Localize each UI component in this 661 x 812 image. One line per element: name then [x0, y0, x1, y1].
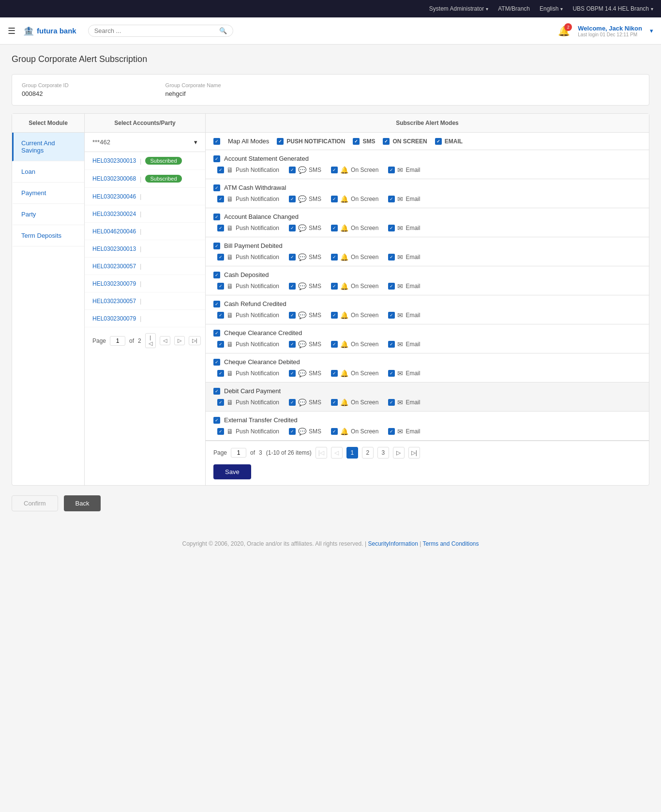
email-checkbox[interactable] — [388, 399, 395, 406]
on-screen-checkbox[interactable] — [331, 312, 338, 319]
alerts-page-input[interactable] — [231, 448, 246, 458]
alerts-page-3-button[interactable]: 3 — [377, 447, 389, 459]
account-link-10[interactable]: HEL0302300079 — [92, 315, 136, 322]
account-link-9[interactable]: HEL0302300057 — [92, 298, 136, 305]
alerts-prev-page-button[interactable]: ◁ — [331, 447, 343, 459]
email-checkbox[interactable] — [388, 167, 395, 173]
account-link-4[interactable]: HEL0302300024 — [92, 211, 136, 217]
on-screen-checkbox[interactable] — [331, 225, 338, 231]
account-link-3[interactable]: HEL0302300046 — [92, 193, 136, 200]
sms-mode: 💬 SMS — [289, 340, 321, 348]
module-item-loan[interactable]: Loan — [12, 161, 84, 183]
sms-checkbox[interactable] — [289, 225, 296, 231]
push-notification-header-checkbox[interactable] — [277, 138, 284, 145]
alert-cheque-debited-checkbox[interactable] — [213, 359, 220, 366]
search-input[interactable] — [94, 27, 219, 34]
page-number-input[interactable] — [110, 336, 125, 346]
sms-checkbox[interactable] — [289, 428, 296, 435]
push-notification-checkbox[interactable] — [217, 254, 224, 260]
user-menu-chevron[interactable]: ▾ — [650, 27, 653, 34]
push-notification-checkbox[interactable] — [217, 225, 224, 231]
on-screen-header-checkbox[interactable] — [383, 138, 390, 145]
push-notification-checkbox[interactable] — [217, 167, 224, 173]
next-page-button[interactable]: ▷ — [174, 336, 185, 345]
email-checkbox[interactable] — [388, 428, 395, 435]
sms-checkbox[interactable] — [289, 254, 296, 260]
alerts-first-page-button[interactable]: |◁ — [315, 447, 327, 459]
push-notification-checkbox[interactable] — [217, 428, 224, 435]
save-button[interactable]: Save — [213, 464, 251, 479]
on-screen-checkbox[interactable] — [331, 254, 338, 260]
account-link-5[interactable]: HEL0046200046 — [92, 228, 136, 235]
on-screen-checkbox[interactable] — [331, 370, 338, 377]
on-screen-label: On Screen — [351, 254, 378, 260]
on-screen-checkbox[interactable] — [331, 167, 338, 173]
account-link-1[interactable]: HEL0302300013 — [92, 157, 136, 164]
sms-checkbox[interactable] — [289, 312, 296, 319]
account-dropdown[interactable]: ***462 ▾ — [85, 133, 205, 152]
email-checkbox[interactable] — [388, 196, 395, 202]
module-item-term-deposits[interactable]: Term Deposits — [12, 225, 84, 246]
sms-checkbox[interactable] — [289, 283, 296, 290]
nav-language[interactable]: English ▾ — [540, 5, 563, 12]
sms-checkbox[interactable] — [289, 196, 296, 202]
module-item-current-savings[interactable]: Current And Savings — [12, 133, 84, 161]
email-checkbox[interactable] — [388, 225, 395, 231]
first-page-button[interactable]: |◁ — [145, 333, 156, 348]
sms-header-checkbox[interactable] — [353, 138, 360, 145]
nav-branch[interactable]: UBS OBPM 14.4 HEL Branch ▾ — [572, 5, 653, 12]
alert-account-balance-checkbox[interactable] — [213, 214, 220, 220]
alerts-next-page-button[interactable]: ▷ — [393, 447, 405, 459]
prev-page-button[interactable]: ◁ — [160, 336, 170, 345]
notification-bell[interactable]: 🔔 2 — [558, 25, 570, 37]
push-notification-checkbox[interactable] — [217, 341, 224, 348]
account-link-8[interactable]: HEL0302300079 — [92, 280, 136, 287]
push-notification-checkbox[interactable] — [217, 312, 224, 319]
alert-atm-cash-checkbox[interactable] — [213, 184, 220, 191]
alert-bill-payment-checkbox[interactable] — [213, 243, 220, 249]
sms-checkbox[interactable] — [289, 399, 296, 406]
on-screen-checkbox[interactable] — [331, 341, 338, 348]
push-notification-checkbox[interactable] — [217, 283, 224, 290]
alert-cash-deposited-checkbox[interactable] — [213, 272, 220, 278]
push-notification-checkbox[interactable] — [217, 370, 224, 377]
alert-external-transfer-checkbox[interactable] — [213, 417, 220, 424]
hamburger-icon[interactable]: ☰ — [8, 26, 15, 36]
email-checkbox[interactable] — [388, 341, 395, 348]
on-screen-checkbox[interactable] — [331, 283, 338, 290]
email-checkbox[interactable] — [388, 283, 395, 290]
sms-checkbox[interactable] — [289, 370, 296, 377]
alerts-page-2-button[interactable]: 2 — [362, 447, 374, 459]
alert-account-statement-checkbox[interactable] — [213, 155, 220, 162]
alert-cash-refund-checkbox[interactable] — [213, 301, 220, 307]
push-notification-checkbox[interactable] — [217, 196, 224, 202]
alerts-last-page-button[interactable]: ▷| — [408, 447, 420, 459]
module-item-payment[interactable]: Payment — [12, 183, 84, 204]
alerts-page-1-button[interactable]: 1 — [346, 447, 358, 459]
module-item-party[interactable]: Party — [12, 204, 84, 225]
email-checkbox[interactable] — [388, 254, 395, 260]
on-screen-checkbox[interactable] — [331, 399, 338, 406]
sms-checkbox[interactable] — [289, 341, 296, 348]
last-page-button[interactable]: ▷| — [189, 336, 201, 345]
alert-debit-card-checkbox[interactable] — [213, 388, 220, 395]
map-all-checkbox[interactable] — [213, 138, 220, 145]
back-button[interactable]: Back — [64, 495, 101, 511]
sms-checkbox[interactable] — [289, 167, 296, 173]
email-checkbox[interactable] — [388, 312, 395, 319]
email-header-checkbox[interactable] — [435, 138, 442, 145]
search-icon[interactable]: 🔍 — [219, 27, 227, 34]
footer-security-link[interactable]: SecurityInformation — [368, 540, 418, 547]
alert-cheque-credited-checkbox[interactable] — [213, 330, 220, 337]
nav-atm-branch[interactable]: ATM/Branch — [498, 5, 530, 12]
push-notification-checkbox[interactable] — [217, 399, 224, 406]
nav-system-admin[interactable]: System Administrator ▾ — [429, 5, 488, 12]
account-link-7[interactable]: HEL0302300057 — [92, 263, 136, 270]
confirm-button[interactable]: Confirm — [12, 495, 58, 511]
on-screen-checkbox[interactable] — [331, 428, 338, 435]
email-checkbox[interactable] — [388, 370, 395, 377]
account-link-2[interactable]: HEL0302300068 — [92, 175, 136, 182]
on-screen-checkbox[interactable] — [331, 196, 338, 202]
account-link-6[interactable]: HEL0302300013 — [92, 245, 136, 252]
footer-terms-link[interactable]: Terms and Conditions — [422, 540, 479, 547]
